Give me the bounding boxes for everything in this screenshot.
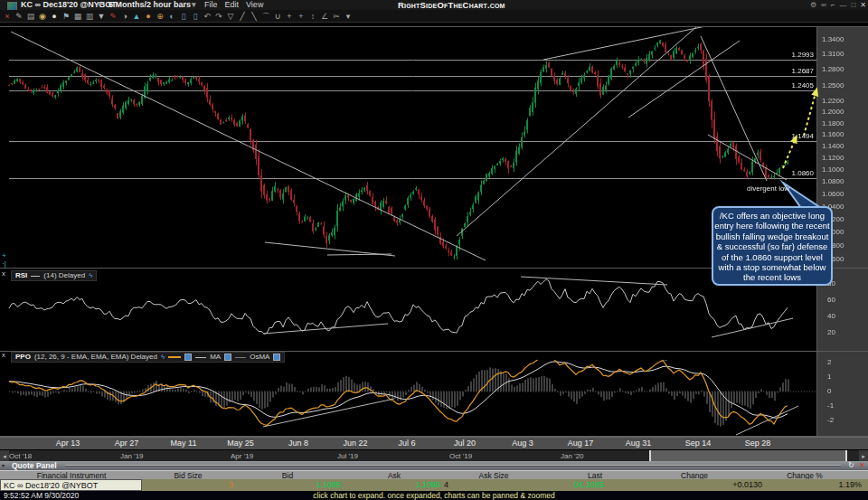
- quote-instrument-cell[interactable]: KC ∞ Dec18'20 @NYBOT: [0, 479, 142, 491]
- annotation-callout: /KC offers an objective long entry here …: [712, 206, 833, 286]
- ppo-checkbox[interactable]: [184, 354, 192, 361]
- rsi-scale-tick: 40: [827, 313, 835, 320]
- window-controls: ⚙∞⌐—□✕: [810, 0, 866, 10]
- grid2-icon[interactable]: ▥: [84, 11, 95, 22]
- rsi-params: (14) Delayed: [43, 271, 85, 280]
- quote-panel-close-icon[interactable]: ✕: [859, 461, 865, 470]
- ma-label: MA: [210, 353, 221, 362]
- redo-icon[interactable]: ↷: [213, 11, 224, 22]
- price-scale-tick: 1.0600: [822, 191, 844, 198]
- rsi-scale-tick: 20: [827, 329, 835, 336]
- menu-view[interactable]: View: [242, 0, 267, 10]
- gauge-icon[interactable]: ◑: [119, 11, 130, 22]
- move-icon[interactable]: ↕: [307, 11, 318, 22]
- trendline-down-icon[interactable]: ╲: [249, 11, 259, 22]
- half-circle-icon[interactable]: ◐: [166, 11, 177, 22]
- divergent-low-label: divergent low: [747, 184, 789, 193]
- change-value: +0.0130: [690, 479, 762, 491]
- triangle-icon[interactable]: ▲: [131, 11, 142, 22]
- x-axis-label: Apr 13: [56, 438, 80, 449]
- funnel-icon[interactable]: ▼: [96, 11, 107, 22]
- target-icon[interactable]: ⊕: [155, 11, 165, 22]
- crosshair2-icon[interactable]: +: [296, 11, 307, 22]
- quote-panel-toggle-icon[interactable]: ▾: [2, 463, 8, 468]
- undo-icon[interactable]: ↶: [202, 11, 212, 22]
- timeframe-dropdown-icon[interactable]: ▾: [192, 0, 196, 10]
- price-level-label: 1.0860: [776, 170, 814, 177]
- red-pencil-icon[interactable]: ✎: [108, 11, 118, 22]
- bars-icon[interactable]: ▤: [25, 11, 36, 22]
- osma-label: OsMA: [250, 353, 269, 362]
- close-icon[interactable]: ✕: [860, 0, 866, 10]
- status-bar: 9:52:52 AM 9/30/2020 click chart to expa…: [0, 491, 868, 500]
- price-scale-tick: 1.1400: [822, 143, 844, 150]
- osma-checkbox[interactable]: [273, 354, 280, 361]
- bid-value: 1.1085: [278, 479, 341, 491]
- timeframe-selector[interactable]: 6 Months/2 hour bars: [108, 0, 191, 10]
- quote-panel-rule: [65, 465, 841, 466]
- link-icon[interactable]: ∞: [821, 0, 826, 10]
- chart-tool-marker-icon[interactable]: +: [2, 252, 6, 259]
- settings-icon[interactable]: ⚙: [810, 0, 816, 10]
- x-axis-label: Aug 17: [568, 438, 594, 449]
- price-scale-tick: 1.2000: [822, 108, 844, 116]
- scissors-icon[interactable]: ✂: [331, 11, 342, 22]
- panel-icon[interactable]: ▯: [178, 11, 189, 22]
- x-axis-label: Aug 3: [512, 438, 533, 449]
- ppo-close-icon[interactable]: x: [2, 352, 5, 359]
- flag-icon[interactable]: ⚑: [61, 11, 71, 22]
- x-axis-label: Jul 6: [398, 438, 415, 449]
- refresh-icon[interactable]: ↻: [848, 461, 854, 470]
- pin-icon[interactable]: ⌐: [831, 0, 835, 10]
- quote-panel-titlebar: ▾ Quote Panel ↻ ✕: [0, 461, 868, 470]
- menu-file[interactable]: File: [201, 0, 222, 10]
- price-scale-tick: 1.1200: [822, 155, 844, 162]
- x-axis-label: Sep 14: [685, 438, 712, 449]
- x-axis-label: Jun 8: [288, 438, 308, 449]
- ma-checkbox[interactable]: [224, 354, 231, 361]
- magnet-icon[interactable]: ∪: [272, 11, 283, 22]
- minimize-icon[interactable]: —: [839, 0, 846, 10]
- price-scale-tick: 1.2800: [822, 66, 844, 73]
- maximize-icon[interactable]: □: [851, 0, 855, 10]
- price-scale-tick: 1.3400: [822, 36, 844, 43]
- rsi-close-icon[interactable]: x: [2, 270, 5, 278]
- chart-tool-cursor-icon[interactable]: ·|: [2, 260, 6, 268]
- ppo-label: PPO: [15, 353, 31, 362]
- ppo-flash-icon[interactable]: ϟ: [161, 353, 165, 362]
- arc-icon[interactable]: ⌒: [260, 11, 271, 22]
- x-axis-label: Apr 27: [115, 438, 139, 449]
- caret-icon[interactable]: ▾: [343, 11, 354, 22]
- menu-bar: FileEditView: [201, 0, 267, 10]
- grid-icon[interactable]: ▦: [72, 11, 83, 22]
- panel2-icon[interactable]: ▯: [190, 11, 201, 22]
- quote-panel-title: Quote Panel: [12, 461, 57, 470]
- funnel2-icon[interactable]: ▽: [225, 11, 236, 22]
- quote-row[interactable]: KC ∞ Dec18'20 @NYBOT 3 1.1085 1.1090 4 D…: [0, 479, 868, 491]
- angle-icon[interactable]: ∠: [319, 11, 330, 22]
- status-message: click chart to expand. once expanded, ch…: [313, 491, 554, 500]
- bid-size-value: 3: [188, 479, 233, 491]
- rsi-flash-icon[interactable]: ϟ: [89, 271, 92, 280]
- trendline-up-icon[interactable]: ╱: [237, 11, 248, 22]
- timeline-scrollbar[interactable]: ◂ ▸ Oct '18Jan '19Apr '19Jul '19Oct '19J…: [0, 449, 868, 462]
- price-scale-tick: 1.2200: [822, 98, 844, 105]
- ppo-scale-tick: 2: [827, 359, 831, 366]
- last-value: D1.1085: [541, 479, 604, 491]
- price-scale-tick: 1.3100: [822, 51, 844, 58]
- dot-icon[interactable]: ●: [143, 11, 154, 22]
- price-scale-tick: 1.1800: [822, 120, 844, 127]
- menu-edit[interactable]: Edit: [222, 0, 243, 10]
- clock-text: 9:52:52 AM 9/30/2020: [4, 491, 79, 500]
- circle-icon[interactable]: ●: [49, 11, 60, 22]
- cylinder-icon[interactable]: ◉: [37, 11, 48, 22]
- ppo-scale-tick: 1: [827, 373, 831, 381]
- pencil-icon[interactable]: ✎: [14, 11, 24, 22]
- close-tool-icon[interactable]: ×: [2, 11, 13, 22]
- crosshair-icon[interactable]: +: [284, 11, 295, 22]
- ppo-line-sample: [168, 356, 181, 358]
- drawing-toolbar: ×✎▤◉●⚑▦▥▼✎◑▲●⊕◐▯▯↶↷▽╱╲⌒∪++↕∠✂▾: [0, 10, 868, 23]
- symbol-dropdown-icon[interactable]: ▾: [98, 0, 102, 10]
- price-level-label: 1.2687: [776, 68, 814, 75]
- osma-line-sample: [235, 357, 246, 358]
